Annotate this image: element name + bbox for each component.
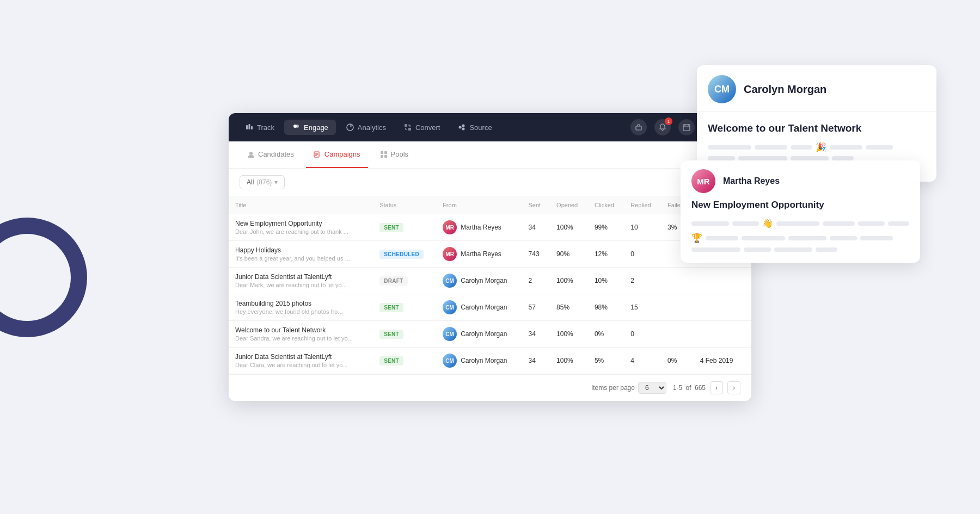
svg-rect-26 [381, 155, 383, 158]
card1-header: CM Carolyn Morgan [697, 65, 936, 112]
table-row[interactable]: Junior Data Scientist at TalentLyft Dear… [229, 268, 751, 294]
cell-failed: 0% [661, 348, 694, 374]
svg-line-12 [462, 128, 462, 128]
table-row[interactable]: New Employment Opportunity Dear John, we… [229, 214, 751, 241]
tab-pools-label: Pools [391, 150, 409, 158]
cell-opened: 90% [550, 241, 588, 268]
party-emoji: 🎉 [816, 142, 826, 152]
card1-avatar: CM [708, 75, 736, 103]
nav-label-analytics: Analytics [358, 123, 386, 132]
filter-all-button[interactable]: All (876) ▾ [240, 175, 285, 189]
cell-from: MR Martha Reyes [436, 214, 522, 241]
tab-campaigns[interactable]: Campaigns [306, 141, 368, 168]
help-icon[interactable]: ? [702, 119, 719, 135]
track-icon [245, 123, 254, 132]
items-per-page-select[interactable]: 6 10 20 [638, 382, 666, 394]
items-per-page-label: Items per page [591, 384, 635, 392]
campaign-title: Junior Data Scientist at TalentLyft [235, 273, 366, 281]
nav-item-engage[interactable]: Engage [284, 120, 336, 135]
from-avatar: CM [443, 300, 457, 314]
status-badge: DRAFT [379, 276, 407, 286]
from-name: Carolyn Morgan [461, 304, 507, 311]
nav-item-source[interactable]: Source [450, 120, 499, 135]
cell-title: Teambuilding 2015 photos Hey everyone, w… [229, 294, 373, 321]
cell-from: CM Carolyn Morgan [436, 348, 522, 374]
cell-from: CM Carolyn Morgan [436, 321, 522, 348]
page-range: 1-5 of 665 [673, 384, 706, 392]
nav-left: Track Engage Analytics Con [237, 120, 500, 135]
campaign-subtitle: It's been a great year, and you helped u… [235, 255, 366, 262]
svg-point-9 [462, 125, 465, 127]
svg-rect-24 [381, 151, 383, 154]
card1-name: Carolyn Morgan [744, 83, 826, 96]
svg-line-11 [462, 126, 462, 127]
cell-opened: 100% [550, 268, 588, 294]
engage-icon [292, 123, 301, 132]
svg-rect-25 [384, 151, 387, 154]
nav-label-engage: Engage [304, 123, 328, 132]
next-page-button[interactable]: › [727, 381, 740, 394]
from-name: Carolyn Morgan [461, 277, 507, 284]
from-avatar: CM [443, 327, 457, 341]
cell-replied: 15 [624, 294, 661, 321]
svg-rect-6 [405, 124, 407, 127]
top-navbar: Track Engage Analytics Con [229, 113, 751, 141]
svg-point-8 [459, 126, 462, 129]
table-row[interactable]: Welcome to our Talent Network Dear Sandr… [229, 321, 751, 348]
status-badge: SENT [379, 303, 403, 312]
table-row[interactable]: Teambuilding 2015 photos Hey everyone, w… [229, 294, 751, 321]
cell-clicked: 12% [588, 241, 624, 268]
tab-pools[interactable]: Pools [372, 141, 416, 168]
cell-date [694, 268, 751, 294]
cell-from: CM Carolyn Morgan [436, 294, 522, 321]
cell-title: Junior Data Scientist at TalentLyft Dear… [229, 348, 373, 374]
svg-point-18 [733, 124, 736, 127]
from-avatar: CM [443, 274, 457, 288]
table-row[interactable]: Junior Data Scientist at TalentLyft Dear… [229, 348, 751, 374]
wave-emoji: 👋 [762, 218, 773, 228]
nav-item-analytics[interactable]: Analytics [338, 120, 394, 135]
col-date: Date created ▾ [694, 196, 751, 214]
svg-point-10 [462, 128, 465, 131]
campaigns-table: Title Status From Sent Opened Clicked Re… [229, 196, 751, 374]
campaign-title: Welcome to our Talent Network [235, 326, 366, 334]
nav-item-track[interactable]: Track [237, 120, 282, 135]
svg-rect-2 [251, 126, 253, 129]
campaign-subtitle: Dear Mark, we are reaching out to let yo… [235, 282, 366, 288]
cell-replied: 0 [624, 321, 661, 348]
tab-candidates-label: Candidates [258, 150, 294, 158]
cell-from: CM Carolyn Morgan [436, 268, 522, 294]
cell-clicked: 10% [588, 268, 624, 294]
cell-title: Junior Data Scientist at TalentLyft Dear… [229, 268, 373, 294]
sub-tabs: Candidates Campaigns Pools [229, 141, 751, 169]
svg-rect-1 [249, 124, 250, 129]
prev-page-button[interactable]: ‹ [710, 381, 723, 394]
nav-item-convert[interactable]: Convert [396, 120, 448, 135]
status-badge: SENT [379, 330, 403, 339]
cell-failed: 3% [661, 214, 694, 241]
tab-candidates[interactable]: Candidates [240, 141, 302, 168]
svg-rect-14 [683, 125, 690, 131]
briefcase-icon[interactable] [630, 119, 647, 135]
convert-icon [403, 123, 412, 132]
cell-status: SENT [373, 321, 436, 348]
cell-title: New Employment Opportunity Dear John, we… [229, 214, 373, 241]
cell-date: 31 Mar 2019 [694, 214, 751, 241]
notification-badge: 1 [665, 117, 672, 125]
col-clicked: Clicked [588, 196, 624, 214]
user-avatar-nav[interactable] [726, 119, 743, 135]
nav-right: 1 ? [630, 119, 743, 135]
col-title: Title [229, 196, 373, 214]
campaign-title: Teambuilding 2015 photos [235, 300, 366, 307]
notifications-icon[interactable]: 1 [654, 119, 671, 135]
calendar-icon[interactable] [678, 119, 695, 135]
nav-label-track: Track [257, 123, 274, 132]
cell-opened: 100% [550, 348, 588, 374]
col-from: From [436, 196, 522, 214]
status-badge: SENT [379, 223, 403, 232]
campaign-subtitle: Hey everyone, we found old photos fro... [235, 308, 366, 315]
cell-sent: 34 [522, 321, 550, 348]
table-row[interactable]: Happy Holidays It's been a great year, a… [229, 241, 751, 268]
pagination-bar: Items per page 6 10 20 1-5 of 665 ‹ › [229, 374, 751, 401]
chevron-down-icon: ▾ [274, 178, 278, 186]
